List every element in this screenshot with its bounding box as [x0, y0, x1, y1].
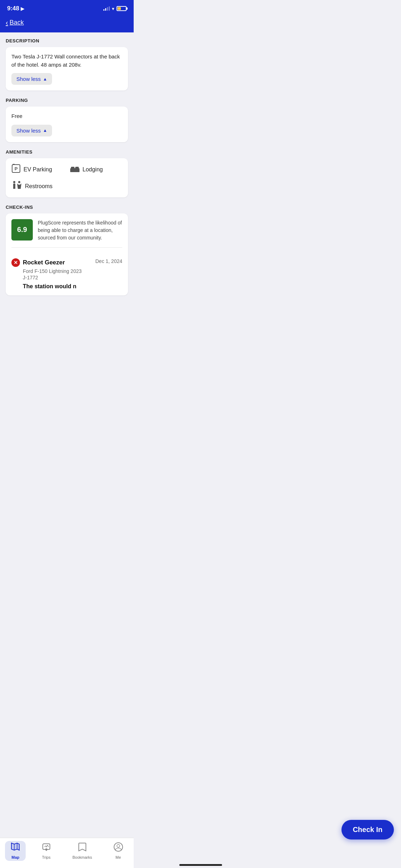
svg-rect-10 [13, 184, 15, 187]
checkin-username: Rocket Geezer [23, 259, 65, 266]
chevron-up-icon: ▲ [43, 77, 47, 82]
checkin-header: ✕ Rocket Geezer Dec 1, 2024 [11, 258, 122, 267]
time-display: 9:48 [7, 5, 19, 12]
status-icons: ▾ [103, 6, 127, 11]
checkin-date: Dec 1, 2024 [96, 258, 123, 264]
status-time: 9:48 ▶ [7, 5, 24, 12]
back-button[interactable]: ‹ Back [6, 19, 128, 27]
amenities-grid: P EV Parking [11, 164, 122, 192]
back-arrow-icon: ‹ [6, 19, 8, 27]
plugscore-badge: 6.9 [11, 219, 33, 241]
checkin-error-icon: ✕ [11, 258, 20, 267]
svg-point-9 [13, 181, 15, 183]
checkin-user-row: ✕ Rocket Geezer [11, 258, 65, 267]
parking-show-less-label: Show less [16, 128, 41, 134]
checkin-connector: J-1772 [23, 275, 122, 280]
ev-parking-label: EV Parking [24, 166, 52, 173]
svg-point-13 [18, 181, 20, 183]
main-content: DESCRIPTION Two Tesla J-1772 Wall connec… [0, 32, 134, 338]
description-show-less-label: Show less [16, 76, 41, 82]
amenity-ev-parking: P EV Parking [11, 164, 64, 175]
svg-rect-7 [75, 167, 79, 169]
parking-card: Free Show less ▲ [6, 107, 128, 142]
checkin-vehicle: Ford F-150 Lightning 2023 [23, 268, 122, 274]
status-bar: 9:48 ▶ ▾ [0, 0, 134, 16]
restrooms-icon [11, 181, 22, 192]
svg-rect-8 [70, 171, 79, 172]
chevron-up-icon-parking: ▲ [43, 128, 47, 133]
svg-text:P: P [15, 166, 18, 171]
restrooms-label: Restrooms [25, 183, 52, 190]
parking-text: Free [11, 112, 122, 120]
amenity-lodging: Lodging [70, 164, 123, 175]
lodging-icon [70, 165, 80, 175]
checkin-comment: The station would n [23, 283, 122, 290]
svg-rect-6 [71, 167, 74, 169]
wifi-icon: ▾ [112, 6, 114, 11]
parking-section-label: PARKING [6, 98, 128, 103]
ev-parking-icon: P [11, 164, 21, 175]
description-text: Two Tesla J-1772 Wall connectors at the … [11, 53, 122, 69]
checkin-item: ✕ Rocket Geezer Dec 1, 2024 Ford F-150 L… [11, 253, 122, 290]
description-section-label: DESCRIPTION [6, 38, 128, 43]
signal-icon [103, 6, 110, 11]
amenities-section-label: AMENITIES [6, 149, 128, 155]
lodging-label: Lodging [83, 166, 103, 173]
description-card: Two Tesla J-1772 Wall connectors at the … [6, 47, 128, 91]
plugscore-description: PlugScore represents the likelihood of b… [38, 219, 122, 242]
checkins-section-label: CHECK-INS [6, 205, 128, 210]
battery-icon [117, 6, 127, 11]
checkins-card: 6.9 PlugScore represents the likelihood … [6, 213, 128, 295]
svg-rect-11 [13, 186, 14, 189]
plugscore-row: 6.9 PlugScore represents the likelihood … [11, 219, 122, 248]
nav-header: ‹ Back [0, 16, 134, 32]
amenities-card: P EV Parking [6, 158, 128, 197]
svg-rect-12 [14, 186, 15, 189]
back-label: Back [10, 19, 24, 26]
description-show-less-button[interactable]: Show less ▲ [11, 73, 52, 85]
amenity-restrooms: Restrooms [11, 181, 64, 192]
location-arrow-icon: ▶ [21, 6, 24, 11]
parking-show-less-button[interactable]: Show less ▲ [11, 125, 52, 136]
plugscore-value: 6.9 [17, 226, 27, 234]
